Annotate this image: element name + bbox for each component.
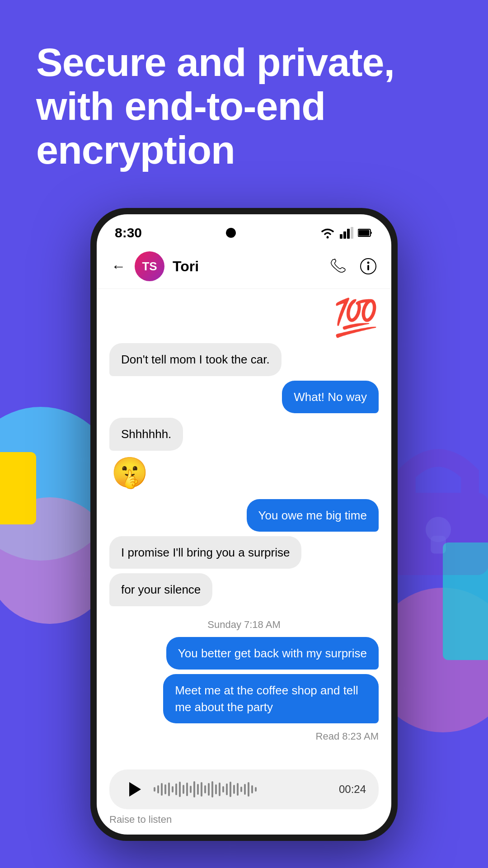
bubble-received: Shhhhhh. <box>109 418 183 450</box>
chat-header-actions <box>330 258 377 275</box>
battery-icon <box>358 228 373 237</box>
back-button[interactable]: ← <box>111 258 126 275</box>
svg-rect-11 <box>367 265 369 270</box>
contact-name-label: Tori <box>173 258 330 275</box>
chat-messages: 💯 Don't tell mom I took the car. What! N… <box>97 289 391 764</box>
signal-icon <box>340 227 353 239</box>
bubble-received: Don't tell mom I took the car. <box>109 343 282 376</box>
emoji-100: 💯 <box>333 300 379 336</box>
tagline-text: Secure and private, with end-to-end encr… <box>36 40 394 172</box>
bubble-sent: You owe me big time <box>247 499 379 532</box>
message-row: I promise I'll bring you a surprise <box>109 536 379 569</box>
message-row: What! No way <box>109 381 379 413</box>
header-tagline: Secure and private, with end-to-end encr… <box>0 0 488 199</box>
time-divider: Sunday 7:18 AM <box>109 619 379 631</box>
svg-rect-7 <box>351 227 353 239</box>
bubble-received: I promise I'll bring you a surprise <box>109 536 301 569</box>
waveform-visualization <box>154 781 332 797</box>
svg-point-3 <box>326 236 328 239</box>
svg-rect-9 <box>358 230 369 236</box>
message-row: Shhhhhh. <box>109 418 379 450</box>
avatar-initials: TS <box>142 259 157 274</box>
bubble-sent: Meet me at the coffee shop and tell me a… <box>163 674 379 723</box>
message-row: You owe me big time <box>109 499 379 532</box>
phone-icon[interactable] <box>330 258 347 275</box>
status-bar: 8:30 <box>97 214 391 244</box>
bubble-sent: You better get back with my surprise <box>166 637 379 670</box>
bubble-received: for your silence <box>109 573 212 606</box>
contact-avatar: TS <box>135 251 164 281</box>
status-time: 8:30 <box>115 225 142 241</box>
chat-header: ← TS Tori <box>97 244 391 289</box>
wifi-icon <box>320 227 335 239</box>
message-row: You better get back with my surprise <box>109 637 379 670</box>
info-icon[interactable] <box>360 258 377 275</box>
message-row: 🤫 <box>109 455 379 495</box>
camera-dot <box>226 228 236 238</box>
play-triangle-icon <box>129 782 141 797</box>
voice-message-bar[interactable]: 00:24 <box>109 769 379 809</box>
svg-rect-4 <box>340 234 343 239</box>
read-receipt: Read 8:23 AM <box>109 731 379 742</box>
voice-duration: 00:24 <box>339 783 366 796</box>
emoji-message: 🤫 <box>111 455 148 490</box>
svg-rect-5 <box>343 231 346 239</box>
message-row: Don't tell mom I took the car. <box>109 343 379 376</box>
phone-frame: 8:30 <box>90 208 398 841</box>
phone-mockup: 8:30 <box>0 208 488 841</box>
phone-screen: 8:30 <box>97 214 391 835</box>
svg-point-12 <box>367 262 370 264</box>
status-icons <box>320 227 373 239</box>
svg-rect-6 <box>347 229 350 239</box>
message-row: for your silence <box>109 573 379 606</box>
play-button[interactable] <box>122 778 145 801</box>
message-row: Meet me at the coffee shop and tell me a… <box>109 674 379 723</box>
raise-to-listen-label: Raise to listen <box>97 814 391 835</box>
bubble-sent: What! No way <box>282 381 379 413</box>
